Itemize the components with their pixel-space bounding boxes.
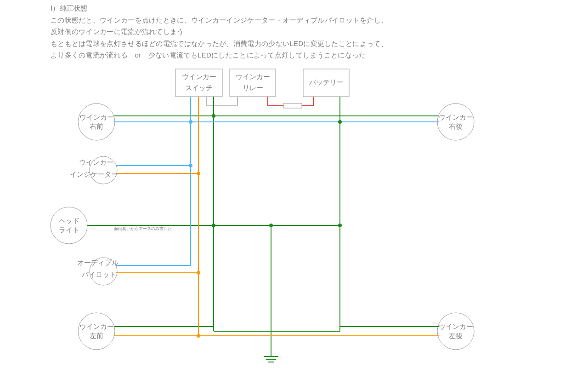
junction-green-1 [212,224,215,227]
svg-text:左後: 左後 [449,332,463,339]
junction-green-3 [338,224,342,227]
winker-switch-label-2: スイッチ [185,84,213,92]
winker-rr: ウインカー 右後 [437,104,474,140]
junction-blue-1 [189,120,192,124]
svg-text:ウインカー: ウインカー [439,113,473,121]
winker-lr: ウインカー 左後 [437,313,474,350]
junction-orange-2 [197,271,200,275]
junction-green-0 [212,114,215,118]
winker-relay-label-1: ウインカー [236,73,270,80]
svg-text:オーディブル: オーディブル [77,259,119,266]
headlight: ヘッド ライト [51,207,87,244]
svg-text:ウインカー: ウインカー [79,113,114,121]
fuse-icon [283,104,302,108]
junction-orange-1 [197,172,200,175]
svg-text:インジケーター: インジケーター [70,170,118,178]
junction-orange-3 [197,334,200,338]
winker-switch-label-1: ウインカー [182,73,216,80]
battery-label: バッテリー [309,78,344,86]
winker-rf: ウインカー 右前 [78,104,115,140]
svg-text:左前: 左前 [90,332,103,339]
schematic-svg: ウインカー スイッチ ウインカー リレー バッテリー [0,0,588,368]
winker-relay-label-2: リレー [243,84,263,92]
winker-indicator: ウインカー インジケーター [70,156,118,184]
wire-relay-fuse [268,97,283,106]
svg-text:ライト: ライト [59,226,79,234]
svg-text:ウインカー: ウインカー [79,322,114,330]
svg-text:ウインカー: ウインカー [439,322,473,330]
svg-text:パイロット: パイロット [81,270,116,278]
svg-text:右後: 右後 [449,122,463,130]
svg-text:ヘッド: ヘッド [59,217,79,224]
junction-blue-2 [189,164,192,167]
svg-text:右前: 右前 [90,122,103,130]
wire-fuse-battery [302,97,314,106]
svg-text:ウインカー: ウインカー [79,158,113,166]
wire-switch-relay [207,97,237,106]
headlight-note: 面倒臭いからアースのみ書いた [114,226,172,231]
audible-pilot: オーディブル パイロット [77,258,119,285]
winker-lf: ウインカー 左前 [78,313,115,350]
junction-green-2 [269,224,273,227]
junction-green-4 [338,120,342,124]
